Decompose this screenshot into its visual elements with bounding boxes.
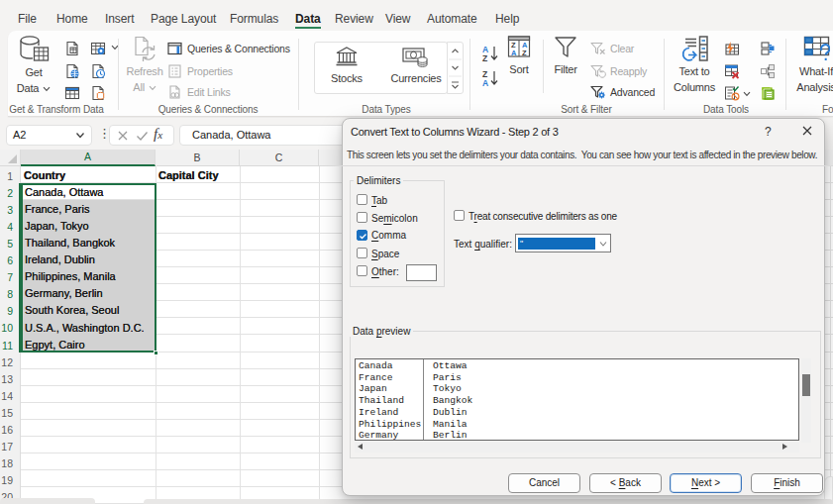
svg-text:Z: Z [482,53,487,62]
svg-text:Z: Z [522,49,527,57]
svg-text:A: A [482,78,488,87]
svg-text:A: A [511,49,517,57]
